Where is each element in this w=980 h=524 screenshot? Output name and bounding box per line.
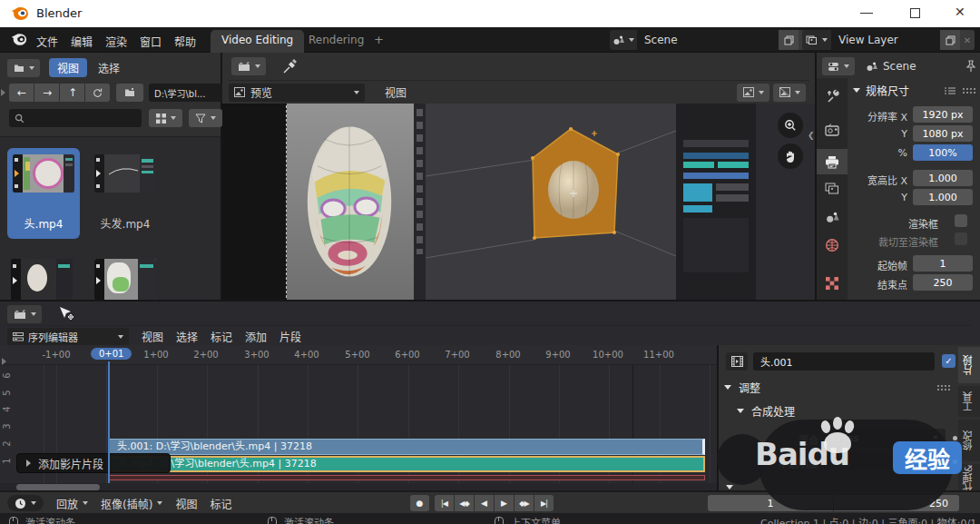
- blend-animate-dot[interactable]: [953, 436, 957, 440]
- crop-checkbox[interactable]: [955, 232, 967, 245]
- adjust-panel-arrow[interactable]: [724, 385, 731, 390]
- adjust-panel-title[interactable]: 调整: [739, 380, 760, 395]
- opacity-slider[interactable]: [824, 452, 946, 470]
- resolution-x-field[interactable]: 1920 px: [913, 106, 973, 123]
- pan-hand-button[interactable]: [778, 143, 803, 169]
- current-frame-pill[interactable]: 0+01: [91, 348, 132, 360]
- playback-menu-marker[interactable]: 标记: [210, 496, 231, 511]
- sidebar-tab-proxy[interactable]: 代理&: [958, 464, 980, 492]
- properties-editor-type-button[interactable]: [822, 57, 855, 75]
- jump-to-start-button[interactable]: |◀: [435, 495, 454, 511]
- seq-menu-strip[interactable]: 片段: [279, 329, 301, 344]
- strip-mute-checkbox[interactable]: ✓: [942, 354, 956, 368]
- strip-movie[interactable]: 头.001: D:\学习\blender\头.mp4 | 37218: [109, 439, 705, 455]
- panel-toggle-arrow[interactable]: [1, 89, 5, 96]
- file-item[interactable]: 头发.mp4: [91, 148, 163, 239]
- aspect-y-field[interactable]: 1.000: [913, 189, 973, 205]
- scene-name-field[interactable]: Scene: [637, 30, 779, 50]
- maximize-button[interactable]: [910, 8, 920, 18]
- tab-world[interactable]: [825, 238, 839, 252]
- preview-editor-type-button[interactable]: [231, 57, 266, 75]
- aspect-x-field[interactable]: 1.000: [913, 170, 973, 186]
- sidebar-tab-strip[interactable]: 片段: [958, 347, 980, 383]
- tab-output-active[interactable]: [817, 149, 848, 174]
- composite-panel-title[interactable]: 合成处理: [751, 403, 795, 419]
- prev-keyframe-button[interactable]: ◀◆: [455, 495, 474, 511]
- sequencer-display-mode[interactable]: 序列编辑器: [7, 328, 129, 346]
- tab-texture[interactable]: [825, 276, 839, 291]
- workspace-tab-add[interactable]: +: [374, 33, 384, 46]
- resolution-y-field[interactable]: 1080 px: [913, 125, 973, 142]
- file-menu-select[interactable]: 选择: [98, 60, 120, 75]
- video-thumbnail-partial[interactable]: [11, 259, 73, 301]
- seq-menu-marker[interactable]: 标记: [211, 329, 232, 344]
- workspace-tab-video-editing[interactable]: Video Editing: [211, 30, 304, 53]
- redo-panel[interactable]: 添加影片片段: [16, 453, 171, 473]
- play-button[interactable]: ▶: [495, 495, 514, 511]
- menu-file[interactable]: 文件: [36, 34, 58, 49]
- sidebar-tab-modifiers[interactable]: 修改: [958, 420, 980, 461]
- composite-panel-arrow[interactable]: [737, 409, 744, 413]
- frame-start-field[interactable]: 1: [913, 255, 973, 272]
- strip-thin-red[interactable]: [109, 475, 705, 480]
- next-keyframe-button[interactable]: ◆▶: [514, 495, 534, 511]
- strip-name-field[interactable]: 头.001: [753, 352, 935, 371]
- view-layer-duplicate-button[interactable]: [940, 30, 960, 50]
- menu-render[interactable]: 渲染: [105, 34, 127, 49]
- strip-effect[interactable]: 头.mp4: D:\学习\blender\头.mp4 | 37218: [109, 456, 705, 472]
- panel-grip[interactable]: [962, 87, 976, 94]
- new-folder-button[interactable]: [116, 84, 143, 102]
- view-layer-browse-button[interactable]: [802, 30, 831, 50]
- view-layer-selector[interactable]: View Layer ✕: [802, 30, 975, 50]
- gizmo-collapse-arrow[interactable]: ❮: [808, 131, 815, 140]
- workspace-tab-rendering[interactable]: Rendering: [299, 34, 373, 46]
- seq-menu-add[interactable]: 添加: [245, 329, 267, 344]
- opacity-animate-dot[interactable]: [953, 460, 957, 464]
- zoom-in-button[interactable]: [778, 113, 803, 138]
- frame-start-field[interactable]: 1: [708, 495, 833, 511]
- menu-edit[interactable]: 编辑: [71, 34, 93, 49]
- filter-button[interactable]: [189, 109, 222, 127]
- record-button[interactable]: ●: [410, 495, 429, 511]
- nav-back-button[interactable]: ←: [9, 84, 34, 102]
- panel-expand-arrow[interactable]: [853, 88, 860, 93]
- h-scrollbar-thumb[interactable]: [16, 484, 100, 490]
- tab-scene[interactable]: [825, 211, 839, 223]
- next-panel-arrow[interactable]: [726, 485, 733, 489]
- tab-render[interactable]: [825, 124, 839, 136]
- file-menu-view[interactable]: 视图: [49, 58, 87, 77]
- track-panel-toggle-arrow[interactable]: [2, 358, 6, 365]
- display-channel-button[interactable]: [737, 84, 769, 102]
- search-input[interactable]: [9, 109, 142, 127]
- overlay-button[interactable]: [773, 84, 806, 102]
- file-list-area[interactable]: 头.mp4 头发.mp4: [0, 136, 220, 300]
- file-browser-type-button[interactable]: [7, 59, 40, 77]
- panel-title[interactable]: 规格尺寸: [866, 83, 909, 98]
- preview-mode-dropdown[interactable]: 预览: [229, 84, 365, 102]
- seq-menu-select[interactable]: 选择: [176, 329, 198, 344]
- playhead-line[interactable]: [108, 361, 110, 483]
- playback-menu-view[interactable]: 视图: [175, 496, 197, 511]
- jump-to-end-button[interactable]: ▶|: [534, 495, 554, 511]
- display-mode-button[interactable]: [149, 109, 182, 127]
- playback-sync-button[interactable]: [7, 495, 44, 511]
- redo-panel-expand-arrow[interactable]: [26, 460, 31, 467]
- seq-menu-view[interactable]: 视图: [142, 329, 163, 344]
- percent-field[interactable]: 100%: [913, 144, 973, 161]
- close-button[interactable]: ✕: [955, 5, 965, 19]
- panel-grip[interactable]: [936, 384, 951, 391]
- tab-view-layer[interactable]: [825, 183, 839, 195]
- blend-dropdown[interactable]: Cross: [824, 429, 946, 447]
- view-layer-name-field[interactable]: View Layer: [831, 30, 940, 50]
- sidebar-tab-tool[interactable]: 工具: [958, 386, 980, 417]
- menu-window[interactable]: 窗口: [140, 34, 162, 49]
- sequencer-editor-type-button[interactable]: [7, 305, 42, 323]
- menu-playback[interactable]: 回放: [56, 496, 88, 511]
- play-reverse-button[interactable]: ◀: [475, 495, 494, 511]
- nav-forward-button[interactable]: →: [34, 84, 59, 102]
- scene-selector[interactable]: Scene ✕: [610, 30, 815, 50]
- blender-menu-icon[interactable]: [11, 32, 27, 46]
- preview-canvas[interactable]: ❮: [222, 104, 815, 300]
- preview-menu-view[interactable]: 视图: [385, 84, 407, 100]
- menu-keying[interactable]: 抠像(插帧): [101, 496, 162, 511]
